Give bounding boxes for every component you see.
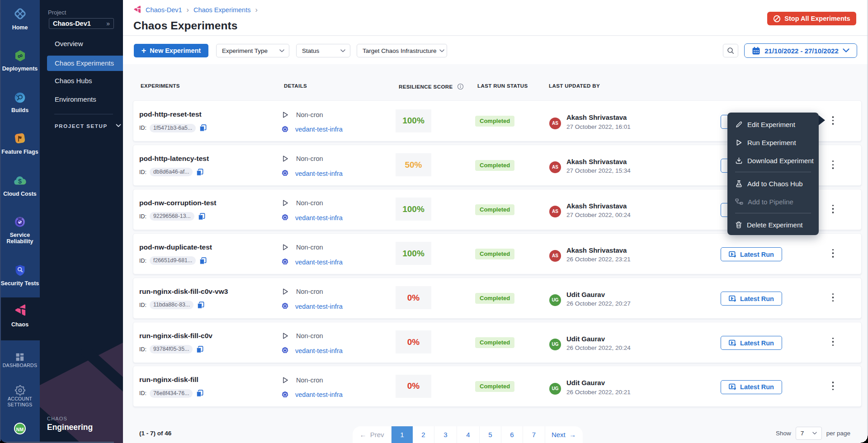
svg-text:$: $ bbox=[18, 178, 22, 185]
